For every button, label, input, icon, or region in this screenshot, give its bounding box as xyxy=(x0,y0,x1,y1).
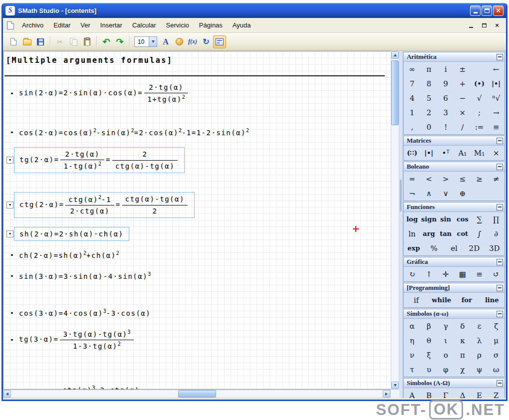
palette-button[interactable]: ← xyxy=(488,65,505,74)
palette-button[interactable]: 7 xyxy=(404,79,421,88)
palette-button[interactable]: Δ xyxy=(454,391,471,399)
panel-header-funciones[interactable]: Funciones xyxy=(404,203,505,212)
scroll-up-button[interactable] xyxy=(391,51,399,59)
panel-header-boleano[interactable]: Boleano xyxy=(404,162,505,172)
collapse-button[interactable] xyxy=(497,164,503,170)
palette-button[interactable]: ≠ xyxy=(488,175,505,184)
palette-button[interactable]: ∂ xyxy=(488,229,505,238)
undo-button[interactable]: ↶ xyxy=(100,35,113,48)
palette-button[interactable]: γ xyxy=(437,322,454,331)
horizontal-scroll-thumb[interactable] xyxy=(178,390,216,398)
panel-toggle-button[interactable] xyxy=(213,35,226,48)
palette-button[interactable]: − xyxy=(454,94,471,103)
palette-button[interactable]: 3D xyxy=(485,244,505,253)
panel-header-s-mbolos-a[interactable]: Símbolos (A-Ω) xyxy=(404,379,505,388)
palette-button[interactable]: Z xyxy=(488,391,505,399)
paste-button[interactable] xyxy=(80,35,93,48)
menu-item-ayuda[interactable]: Ayuda xyxy=(228,19,256,31)
palette-button[interactable]: ψ xyxy=(471,365,488,374)
palette-button[interactable]: M₁ xyxy=(471,149,488,158)
palette-button[interactable]: ≡ xyxy=(471,270,488,279)
palette-button[interactable]: 6 xyxy=(437,94,454,103)
palette-button[interactable]: while xyxy=(429,296,454,304)
palette-button[interactable]: tan xyxy=(437,230,454,237)
vertical-scroll-thumb[interactable] xyxy=(391,60,399,125)
palette-button[interactable]: ; xyxy=(471,108,488,117)
palette-button[interactable]: E xyxy=(471,391,488,399)
palette-button[interactable]: ρ xyxy=(471,351,488,360)
palette-button[interactable]: → xyxy=(488,108,505,117)
save-button[interactable] xyxy=(34,35,47,48)
palette-button[interactable]: ε xyxy=(471,322,488,331)
formula-region[interactable]: •tg(3·α)=3·tg(α)-tg(α)31-3·tg(α)2 xyxy=(8,329,135,351)
formula-region[interactable]: ctg(α)3-3·ctg(α) xyxy=(62,385,140,390)
menu-item-calcular[interactable]: Calcular xyxy=(127,19,161,31)
palette-button[interactable]: |•| xyxy=(488,80,505,87)
palette-button[interactable]: ≥ xyxy=(471,175,488,184)
palette-button[interactable]: el xyxy=(444,244,464,253)
palette-button[interactable]: ¬ xyxy=(404,189,421,198)
palette-button[interactable]: τ xyxy=(404,365,421,374)
palette-button[interactable]: ∞ xyxy=(404,65,421,74)
formula-region[interactable]: •tg(2·α)=2·tg(α)1-tg(α)2=2ctg(α)-tg(α) xyxy=(6,147,185,173)
formula-region[interactable]: •cos(2·α)=cos(α)2-sin(α)2=2·cos(α)2-1=1-… xyxy=(8,127,249,138)
canvas[interactable]: [Multiple arguments formulas] •sin(2·α)=… xyxy=(3,51,391,390)
palette-button[interactable]: η xyxy=(404,336,421,345)
collapse-button[interactable] xyxy=(497,285,503,291)
palette-button[interactable]: ↻ xyxy=(404,270,421,279)
palette-button[interactable]: if xyxy=(404,296,429,305)
palette-button[interactable]: υ xyxy=(421,365,438,374)
palette-button[interactable]: ω xyxy=(488,365,505,374)
menu-item-pginas[interactable]: Páginas xyxy=(194,19,228,31)
formula-region[interactable]: •ch(2·α)=sh(α)2+ch(α)2 xyxy=(8,250,119,260)
palette-button[interactable]: π xyxy=(454,351,471,360)
palette-button[interactable]: sin xyxy=(437,215,454,223)
palette-button[interactable]: ln xyxy=(404,229,421,238)
refresh-button[interactable]: ↻ xyxy=(200,35,213,48)
menu-item-insertar[interactable]: Insertar xyxy=(95,19,127,31)
palette-button[interactable]: ↑ xyxy=(421,270,438,279)
palette-button[interactable]: θ xyxy=(421,336,438,345)
close-button[interactable]: × xyxy=(493,5,504,16)
palette-button[interactable]: A₁ xyxy=(454,149,471,158)
palette-button[interactable]: 8 xyxy=(421,79,438,88)
palette-button[interactable]: > xyxy=(437,175,454,184)
palette-button[interactable]: / xyxy=(454,123,471,132)
palette-button[interactable]: exp xyxy=(404,244,424,252)
palette-button[interactable]: := xyxy=(471,123,488,132)
palette-button[interactable]: 4 xyxy=(404,94,421,103)
palette-button[interactable]: ∨ xyxy=(437,189,454,198)
palette-button[interactable]: 2D xyxy=(464,244,484,253)
palette-button[interactable]: σ xyxy=(488,351,505,360)
palette-button[interactable]: ζ xyxy=(488,322,505,331)
palette-button[interactable]: α xyxy=(404,322,421,331)
palette-button[interactable]: ▦ xyxy=(454,270,471,279)
palette-button[interactable]: < xyxy=(421,175,438,184)
palette-button[interactable]: log xyxy=(404,215,421,223)
title-bar[interactable]: S SMath Studio - [contents] × xyxy=(3,3,506,18)
palette-button[interactable]: π xyxy=(421,65,438,74)
palette-button[interactable]: (•) xyxy=(471,80,488,87)
formula-region[interactable]: •sin(2·α)=2·sin(α)·cos(α)=2·tg(α)1+tg(α)… xyxy=(8,82,190,104)
palette-button[interactable]: = xyxy=(404,175,421,184)
mdi-restore-button[interactable] xyxy=(480,21,488,29)
open-button[interactable] xyxy=(20,35,33,48)
redo-button[interactable]: ↷ xyxy=(113,35,126,48)
collapse-button[interactable] xyxy=(497,380,503,387)
font-size-select[interactable]: 10 xyxy=(134,36,157,47)
palette-button[interactable]: ⊕ xyxy=(454,189,471,198)
cut-button[interactable]: ✂ xyxy=(53,35,66,48)
palette-button[interactable]: 3 xyxy=(437,108,454,117)
panel-header-aritm-tica[interactable]: Aritmética xyxy=(404,52,505,62)
palette-button[interactable]: √ xyxy=(471,94,488,103)
palette-button[interactable]: ± xyxy=(454,65,471,74)
palette-button[interactable]: ∫ xyxy=(471,229,488,238)
palette-button[interactable]: i xyxy=(437,65,454,74)
document-icon[interactable] xyxy=(7,21,14,29)
palette-button[interactable]: 2 xyxy=(421,108,438,117)
palette-button[interactable]: 5 xyxy=(421,94,438,103)
palette-button[interactable]: ≤ xyxy=(454,175,471,184)
menu-item-archivo[interactable]: Archivo xyxy=(17,19,48,31)
palette-button[interactable]: ∏ xyxy=(488,215,505,224)
palette-button[interactable]: B xyxy=(421,391,438,399)
